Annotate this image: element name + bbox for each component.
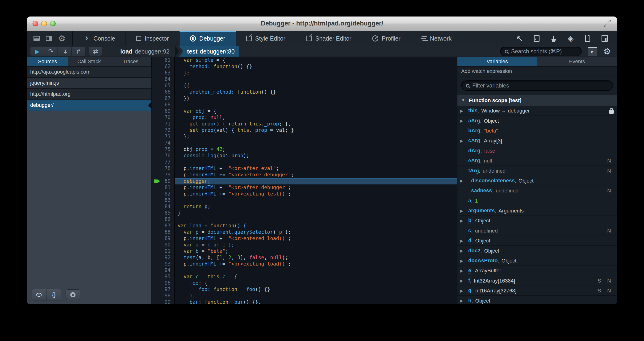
pick-element-icon[interactable] [516,34,524,42]
line-number[interactable]: 94 [152,267,175,274]
tab-style-editor[interactable]: Style Editor [236,31,296,46]
variable-value[interactable]: undefined [475,228,498,234]
line-number[interactable]: 63 [152,70,175,76]
variable-value[interactable]: undefined [496,188,518,194]
step-over-button[interactable]: ↷ [44,47,58,56]
variable-name[interactable]: eArg [468,158,480,164]
variable-value[interactable]: Object [484,118,499,124]
variable-name[interactable]: fArg [468,168,479,174]
source-item[interactable]: http://htmlpad.org [27,89,152,100]
line-number[interactable]: 68 [152,102,175,108]
variable-name[interactable]: _disconsolateness [468,178,515,184]
line-number[interactable]: 97 [152,286,175,293]
variable-value[interactable]: Object [502,258,516,264]
expand-arrow-icon[interactable]: ▶ [460,289,468,293]
variable-name[interactable]: doc2 [468,248,480,254]
split-console-icon[interactable] [534,35,540,42]
variable-name[interactable]: _sadness [468,188,492,194]
line-number[interactable]: 95 [152,274,175,280]
expand-arrow-icon[interactable]: ▶ [460,218,468,223]
variable-filter[interactable] [461,80,613,91]
source-item[interactable]: jquery.min.js [27,78,152,89]
variable-value[interactable]: Object [484,248,499,254]
variable-value[interactable]: Arguments [499,208,524,214]
line-number[interactable]: 96 [152,280,175,286]
sidebar-tab-sources[interactable]: Sources [27,57,68,66]
variables-tab-variables[interactable]: Variables [458,57,537,66]
variable-row[interactable]: ▶e:ArrayBuffer [458,266,617,276]
blackbox-eye-icon[interactable]: ⊙ [32,289,46,300]
expand-arrow-icon[interactable]: ▶ [460,259,468,263]
panel-toggle-icon[interactable]: ▸ [588,48,597,56]
line-number[interactable]: 91 [152,248,175,254]
tilt-3d-icon[interactable] [567,34,575,42]
variable-name[interactable]: this [468,108,478,114]
scratchpad-icon[interactable] [585,35,590,42]
line-number[interactable]: 93 [152,261,175,267]
variable-row[interactable]: eArg:nullN [458,156,617,166]
line-number[interactable]: 66 [152,89,175,95]
code-editor[interactable]: 61 var simple = {62 method: function() {… [152,57,457,304]
variable-row[interactable]: ▶docAsProto:Object [458,256,617,266]
variable-value[interactable]: false [484,148,495,154]
step-out-button[interactable]: ↱ [72,47,85,56]
sidebar-tab-traces[interactable]: Traces [110,57,152,66]
line-number[interactable]: 75 [152,146,175,152]
toggle-breakpoints-icon[interactable] [66,289,80,300]
variable-row[interactable]: ▶cArg:Array[3] [458,136,617,146]
variable-row[interactable]: c:undefinedN [458,226,617,236]
title-bar[interactable]: Debugger - http://htmlpad.org/debugger/ [27,16,617,31]
line-number[interactable]: 80 [152,178,175,184]
line-number[interactable]: 64 [152,76,175,82]
tab-profiler[interactable]: Profiler [362,31,411,46]
variable-value[interactable]: Object [518,178,534,184]
line-number[interactable]: 61 [152,57,175,64]
line-number[interactable]: 76 [152,152,175,159]
line-number[interactable]: 65 [152,82,175,89]
variable-name[interactable]: cArg [468,138,480,144]
line-number[interactable]: 86 [152,216,175,222]
expand-arrow-icon[interactable]: ▶ [460,239,468,243]
line-number[interactable]: 82 [152,191,175,197]
variable-row[interactable]: ▶this:Window → debugger [458,106,617,116]
expand-arrow-icon[interactable]: ▶ [460,109,468,113]
add-watch-expression[interactable]: Add watch expression [458,66,617,76]
variable-name[interactable]: dArg [468,148,480,154]
prettyprint-braces-icon[interactable]: {} [46,289,61,300]
variable-name[interactable]: g [468,288,471,294]
line-number[interactable]: 62 [152,64,175,70]
line-number[interactable]: 98 [152,293,175,299]
line-number[interactable]: 92 [152,254,175,261]
debugger-options-gear-icon[interactable]: ⚙ [604,47,611,56]
dock-side-icon[interactable] [46,36,52,41]
tab-debugger[interactable]: Debugger [180,31,236,46]
line-number[interactable]: 71 [152,121,175,127]
script-search-input[interactable] [511,48,577,55]
sidebar-tab-call-stack[interactable]: Call Stack [68,57,110,66]
tab-shader-editor[interactable]: Shader Editor [296,31,362,46]
variable-row[interactable]: ▶g:Int16Array[32768]S N [458,286,617,296]
collapse-arrow-icon[interactable]: ▼ [461,98,465,103]
expand-arrow-icon[interactable]: ▶ [460,278,468,283]
variable-value[interactable]: Int16Array[32768] [475,288,516,294]
line-number[interactable]: 87 [152,222,175,229]
expand-arrow-icon[interactable]: ▶ [460,209,468,213]
tab-console[interactable]: Console [73,31,126,46]
variable-value[interactable]: Array[3] [484,138,502,144]
variable-filter-input[interactable] [472,82,608,89]
variable-value[interactable]: Object [475,238,490,244]
line-number[interactable]: 69 [152,108,175,114]
variable-value[interactable]: 1 [475,198,478,204]
resume-button[interactable]: ▶ [30,47,44,56]
resize-icon[interactable] [603,19,612,27]
variable-value[interactable]: undefined [483,168,506,174]
tab-inspector[interactable]: Inspector [126,31,180,46]
variables-tab-events[interactable]: Events [537,57,617,66]
line-number[interactable]: 88 [152,229,175,235]
step-in-button[interactable]: ↴ [58,47,72,56]
variable-value[interactable]: Int32Array[16384] [474,278,515,284]
variable-value[interactable]: Object [475,298,490,304]
variable-row[interactable]: ▶f:Int32Array[16384]S N [458,276,617,286]
line-number[interactable]: 79 [152,172,175,178]
variable-row[interactable]: bArg:"beta" [458,126,617,136]
